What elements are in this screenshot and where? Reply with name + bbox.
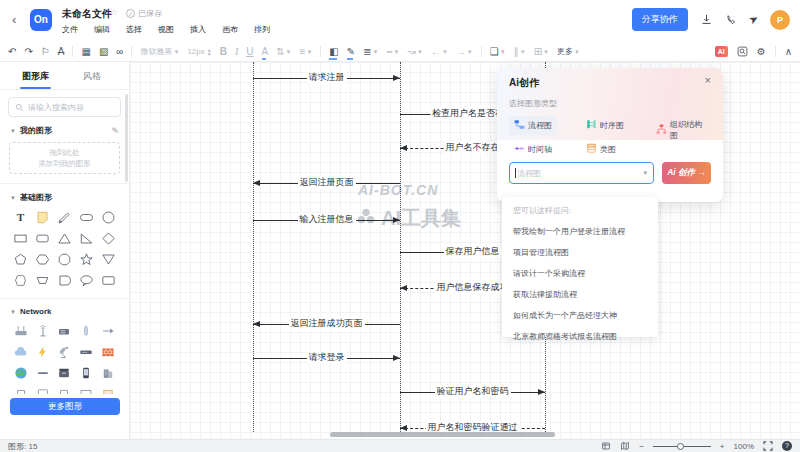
fullscreen-icon[interactable]	[763, 441, 773, 451]
message-label-9[interactable]: 验证用户名和密码	[435, 385, 511, 398]
message-label-7[interactable]: 返回注册成功页面	[289, 317, 365, 330]
suggestion-item-1[interactable]: 项目管理流程图	[513, 247, 647, 258]
menu-item-5[interactable]: 画布	[222, 24, 238, 35]
share-collaborate-button[interactable]: 分享协作	[632, 8, 688, 31]
line-height-icon[interactable]: ⇅▼	[276, 47, 291, 57]
shape-lightning[interactable]	[34, 343, 51, 360]
message-label-2[interactable]: 用户名不存在	[444, 141, 502, 154]
shape-screen[interactable]	[78, 385, 95, 394]
menu-item-0[interactable]: 文件	[62, 24, 78, 35]
shape-firewall[interactable]	[100, 343, 117, 360]
arrow-start-icon[interactable]: ←▼	[431, 47, 448, 57]
shape-right-triangle[interactable]	[78, 230, 95, 247]
ai-assistant-badge[interactable]: AI	[715, 46, 728, 57]
search-input[interactable]	[28, 103, 108, 112]
shape-globe[interactable]	[12, 364, 29, 381]
shape-cable[interactable]	[34, 364, 51, 381]
type-chip-orgchart[interactable]: 组织结构图	[651, 116, 711, 144]
shape-laptop[interactable]	[56, 385, 73, 394]
suggestion-item-4[interactable]: 如何成长为一个产品经理大神	[513, 310, 647, 321]
shape-text[interactable]: T	[12, 209, 29, 226]
help-button[interactable]: ?	[782, 441, 792, 451]
type-chip-timeline[interactable]: 时间轴	[509, 140, 557, 159]
shape-trapezoid[interactable]	[34, 272, 51, 289]
tab-shape-library[interactable]: 图形库	[22, 63, 49, 89]
message-label-8[interactable]: 请求登录	[307, 351, 347, 364]
section-my-shapes[interactable]: ▼ 我的图形 ✎	[10, 125, 119, 136]
document-title[interactable]: 未命名文件	[62, 7, 112, 21]
font-size-select-button[interactable]: 12px▲▼	[187, 48, 211, 56]
zoom-in-button[interactable]: +	[720, 442, 725, 451]
section-basic-shapes[interactable]: ▼ 基础图形	[10, 192, 119, 203]
shape-rectangle[interactable]	[12, 230, 29, 247]
message-label-0[interactable]: 请求注册	[307, 71, 347, 84]
back-button[interactable]: ‹	[12, 12, 16, 27]
message-label-6[interactable]: 用户信息保存成功	[435, 281, 511, 294]
menu-item-2[interactable]: 选择	[126, 24, 142, 35]
shape-cloud-net[interactable]	[12, 343, 29, 360]
adjust-icon[interactable]: ⚙	[757, 47, 766, 57]
layers-icon[interactable]: ❏▼	[490, 47, 506, 57]
shape-hexagon[interactable]	[34, 251, 51, 268]
zoom-slider-thumb[interactable]	[677, 443, 684, 450]
shape-diamond[interactable]	[100, 230, 117, 247]
edit-pencil-icon[interactable]: ✎	[111, 126, 119, 136]
shape-building[interactable]	[100, 364, 117, 381]
sidebar-scrollbar[interactable]	[125, 94, 128, 182]
message-label-5[interactable]: 保存用户信息	[444, 245, 502, 258]
download-icon[interactable]	[700, 13, 713, 26]
redo-icon[interactable]: ↷	[24, 47, 32, 57]
menu-item-6[interactable]: 排列	[254, 24, 270, 35]
tab-style[interactable]: 风格	[83, 63, 101, 89]
distribute-icon[interactable]: ∥▼	[514, 47, 526, 57]
page-setup-icon[interactable]	[601, 441, 611, 451]
shape-triangle-down[interactable]	[100, 251, 117, 268]
shape-rack-server[interactable]	[56, 322, 73, 339]
suggestion-item-3[interactable]: 获取法律援助流程	[513, 289, 647, 300]
shape-monitor[interactable]	[34, 385, 51, 394]
type-chip-sequence[interactable]: 时序图	[581, 116, 629, 135]
shape-satellite[interactable]	[56, 343, 73, 360]
section-network[interactable]: ▼ Network	[10, 307, 119, 316]
shape-stadium[interactable]	[78, 209, 95, 226]
minimap-icon[interactable]	[620, 441, 630, 451]
font-color-icon[interactable]: A	[262, 47, 269, 57]
canvas-horizontal-scrollbar[interactable]	[330, 432, 555, 437]
phone-support-icon[interactable]	[725, 14, 737, 26]
underline-icon[interactable]: U	[246, 47, 253, 57]
shape-antenna[interactable]	[34, 322, 51, 339]
frame-icon[interactable]: ▦	[81, 47, 90, 57]
type-chip-classdiagram[interactable]: 类图	[581, 140, 621, 159]
shape-callout[interactable]	[78, 272, 95, 289]
send-feedback-icon[interactable]: ➤	[749, 13, 758, 26]
connector-style-icon[interactable]: ↝▼	[408, 47, 423, 57]
shape-rounded-rect[interactable]	[34, 230, 51, 247]
fill-color-icon[interactable]: ◧	[329, 47, 338, 57]
favorite-star-icon[interactable]: ☆	[110, 7, 118, 17]
shape-pentagon[interactable]	[12, 251, 29, 268]
font-family-select-button[interactable]: 微软雅黑▼	[140, 48, 179, 56]
shape-d-shape[interactable]	[56, 272, 73, 289]
shape-rectangle-2[interactable]	[100, 272, 117, 289]
message-label-4[interactable]: 输入注册信息	[298, 213, 356, 226]
shape-sticky-note[interactable]	[34, 209, 51, 226]
more-menu-button[interactable]: 更多▼	[557, 48, 580, 56]
shape-triangle[interactable]	[56, 230, 73, 247]
ai-create-button[interactable]: Ai 创作 →	[662, 162, 711, 184]
line-width-icon[interactable]: ≣▼	[363, 47, 378, 57]
menu-item-1[interactable]: 编辑	[94, 24, 110, 35]
chevron-down-icon[interactable]: ▼	[642, 170, 648, 176]
menu-item-4[interactable]: 插入	[190, 24, 206, 35]
suggestion-item-5[interactable]: 北京教师资格考试报名流程图	[513, 331, 647, 342]
insert-image-icon[interactable]: ▧	[99, 47, 108, 57]
suggestion-item-0[interactable]: 帮我绘制一个用户登录注册流程	[513, 226, 647, 237]
shape-octagon[interactable]	[56, 251, 73, 268]
link-icon[interactable]: ∞	[116, 47, 123, 57]
shape-device[interactable]	[100, 385, 117, 394]
avatar[interactable]: P	[770, 10, 790, 30]
shape-mobile-phone[interactable]	[78, 364, 95, 381]
shape-pen[interactable]	[56, 209, 73, 226]
shape-desk-phone[interactable]	[56, 364, 73, 381]
zoom-out-button[interactable]: −	[639, 442, 644, 451]
find-icon[interactable]	[737, 46, 748, 57]
